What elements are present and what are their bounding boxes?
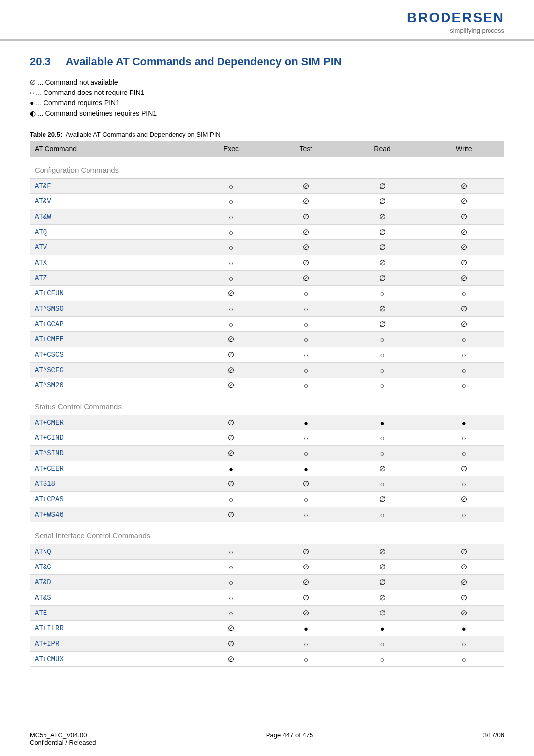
read-cell: ∅ (341, 225, 424, 240)
table-row: AT+GCAP○○∅∅ (30, 317, 504, 332)
exec-cell: ○ (192, 209, 270, 225)
write-cell: ∅ (423, 271, 504, 286)
test-cell: ○ (270, 363, 341, 378)
exec-cell: ○ (192, 240, 270, 255)
read-cell: ∅ (341, 194, 424, 209)
table-row: AT+CFUN∅○○○ (30, 286, 504, 301)
table-row: AT&V○∅∅∅ (30, 194, 504, 209)
cmd-cell[interactable]: AT^SMSO (30, 301, 192, 317)
cmd-cell[interactable]: AT+CMEE (30, 332, 192, 347)
read-cell: ○ (341, 430, 424, 446)
exec-cell: ○ (192, 317, 270, 332)
write-cell: ∅ (423, 194, 504, 209)
cmd-cell[interactable]: AT+CEER (30, 461, 192, 476)
cmd-cell[interactable]: AT^SM20 (30, 378, 192, 393)
write-cell: ∅ (423, 492, 504, 507)
table-row: AT+IPR∅○○○ (30, 636, 504, 652)
write-cell: ○ (423, 652, 504, 667)
write-cell: ∅ (423, 575, 504, 590)
test-cell: ○ (270, 636, 341, 652)
exec-cell: ○ (192, 606, 270, 621)
test-cell: ○ (270, 317, 341, 332)
col-test: Test (270, 141, 341, 157)
cmd-cell[interactable]: AT&W (30, 209, 192, 225)
cmd-cell[interactable]: AT+CMER (30, 415, 192, 430)
write-cell: ∅ (423, 240, 504, 255)
legend-not-available: ∅ ... Command not available (30, 77, 504, 88)
table-row: AT+CMUX∅○○○ (30, 652, 504, 667)
exec-cell: ∅ (192, 332, 270, 347)
footer-confidential: Confidential / Released (30, 739, 96, 746)
write-cell: ○ (423, 332, 504, 347)
test-cell: ∅ (270, 575, 341, 590)
cmd-cell[interactable]: AT+WS46 (30, 507, 192, 522)
write-cell: ∅ (423, 590, 504, 606)
write-cell: ∅ (423, 209, 504, 225)
test-cell: ● (270, 415, 341, 430)
read-cell: ∅ (341, 301, 424, 317)
cmd-cell[interactable]: AT^SIND (30, 446, 192, 461)
footer-date: 3/17/06 (483, 731, 504, 746)
cmd-cell[interactable]: AT+ILRR (30, 621, 192, 636)
write-cell: ● (423, 415, 504, 430)
exec-cell: ∅ (192, 363, 270, 378)
write-cell: ∅ (423, 317, 504, 332)
cmd-cell[interactable]: AT\Q (30, 544, 192, 560)
table-row: AT+CMEE∅○○○ (30, 332, 504, 347)
cmd-cell[interactable]: ATZ (30, 271, 192, 286)
cmd-cell[interactable]: AT&C (30, 560, 192, 575)
test-cell: ∅ (270, 255, 341, 271)
exec-cell: ○ (192, 194, 270, 209)
section-title-cell: Configuration Commands (30, 157, 504, 179)
test-cell: ∅ (270, 209, 341, 225)
test-cell: ∅ (270, 560, 341, 575)
write-cell: ∅ (423, 225, 504, 240)
read-cell: ○ (341, 378, 424, 393)
write-cell: ○ (423, 347, 504, 363)
cmd-cell[interactable]: AT^SCFG (30, 363, 192, 378)
table-caption-label: Table 20.5: (30, 131, 62, 138)
cmd-cell[interactable]: ATX (30, 255, 192, 271)
cmd-cell[interactable]: AT&F (30, 179, 192, 194)
cmd-cell[interactable]: ATQ (30, 225, 192, 240)
cmd-cell[interactable]: ATS18 (30, 476, 192, 492)
exec-cell: ∅ (192, 507, 270, 522)
read-cell: ∅ (341, 271, 424, 286)
cmd-cell[interactable]: AT+CMUX (30, 652, 192, 667)
test-cell: ○ (270, 446, 341, 461)
write-cell: ● (423, 621, 504, 636)
exec-cell: ∅ (192, 446, 270, 461)
cmd-cell[interactable]: AT+IPR (30, 636, 192, 652)
exec-cell: ∅ (192, 415, 270, 430)
test-cell: ○ (270, 332, 341, 347)
table-row: AT+CMER∅●●● (30, 415, 504, 430)
cmd-cell[interactable]: AT+GCAP (30, 317, 192, 332)
test-cell: ∅ (270, 606, 341, 621)
cmd-cell[interactable]: AT&V (30, 194, 192, 209)
cmd-cell[interactable]: AT&D (30, 575, 192, 590)
cmd-cell[interactable]: AT+CIND (30, 430, 192, 446)
table-row: AT+CPAS○○∅∅ (30, 492, 504, 507)
read-cell: ● (341, 621, 424, 636)
cmd-cell[interactable]: AT+CPAS (30, 492, 192, 507)
read-cell: ∅ (341, 317, 424, 332)
main-content: 20.3Available AT Commands and Dependency… (0, 41, 534, 677)
write-cell: ∅ (423, 301, 504, 317)
footer-page: Page 447 of 475 (266, 731, 313, 746)
section-number: 20.3 (30, 55, 51, 68)
cmd-cell[interactable]: AT+CFUN (30, 286, 192, 301)
write-cell: ∅ (423, 560, 504, 575)
col-read: Read (341, 141, 424, 157)
read-cell: ● (341, 415, 424, 430)
table-row: AT&S○∅∅∅ (30, 590, 504, 606)
cmd-cell[interactable]: AT+CSCS (30, 347, 192, 363)
cmd-cell[interactable]: ATV (30, 240, 192, 255)
cmd-cell[interactable]: AT&S (30, 590, 192, 606)
cmd-cell[interactable]: ATE (30, 606, 192, 621)
legend-no-pin: ○ ... Command does not require PIN1 (30, 88, 504, 98)
read-cell: ∅ (341, 240, 424, 255)
exec-cell: ∅ (192, 378, 270, 393)
exec-cell: ○ (192, 590, 270, 606)
exec-cell: ∅ (192, 621, 270, 636)
page-header: BRODERSEN simplifying process (0, 0, 534, 41)
